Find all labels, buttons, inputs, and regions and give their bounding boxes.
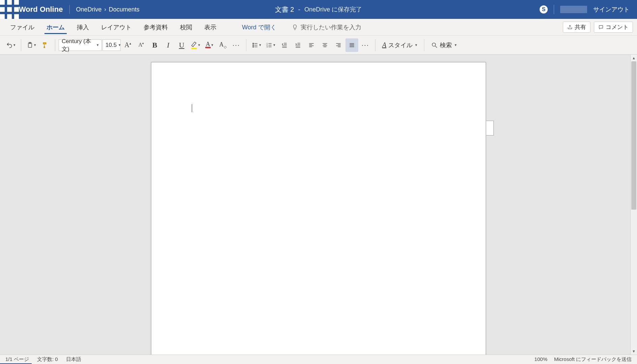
bold-button[interactable]: B bbox=[148, 38, 161, 52]
svg-point-13 bbox=[253, 44, 254, 46]
svg-rect-7 bbox=[7, 14, 12, 19]
tab-review[interactable]: 校閲 bbox=[174, 19, 198, 36]
svg-rect-8 bbox=[14, 14, 19, 19]
scroll-down-icon[interactable]: ▼ bbox=[631, 348, 637, 355]
svg-rect-2 bbox=[14, 0, 19, 5]
tab-references[interactable]: 参考資料 bbox=[138, 19, 174, 36]
scroll-up-icon[interactable]: ▲ bbox=[631, 55, 637, 61]
search-button[interactable]: 検索 ▾ bbox=[428, 38, 460, 52]
format-painter-button[interactable] bbox=[39, 38, 52, 52]
chevron-down-icon: ▾ bbox=[97, 43, 99, 47]
align-justify-icon bbox=[348, 42, 355, 49]
undo-button[interactable]: ▾ bbox=[4, 38, 18, 52]
italic-icon: I bbox=[167, 41, 169, 50]
svg-line-48 bbox=[435, 46, 437, 48]
comments-button[interactable]: コメント bbox=[594, 22, 633, 33]
chevron-down-icon: ▾ bbox=[198, 43, 200, 47]
skype-icon[interactable]: S bbox=[540, 5, 548, 13]
clear-formatting-button[interactable]: A◇ bbox=[216, 38, 229, 52]
document-title-area: 文書 2 - OneDrive に保存完了 bbox=[275, 5, 362, 14]
align-center-icon bbox=[322, 42, 328, 49]
increase-indent-button[interactable] bbox=[292, 38, 304, 52]
increase-indent-icon bbox=[295, 42, 301, 49]
align-right-icon bbox=[335, 42, 342, 49]
share-button[interactable]: 共有 bbox=[563, 22, 590, 33]
underline-button[interactable]: U bbox=[175, 38, 188, 52]
highlight-color-button[interactable]: ▾ bbox=[189, 38, 202, 52]
scrollbar-thumb[interactable] bbox=[631, 61, 636, 210]
chevron-down-icon: ▾ bbox=[415, 43, 417, 47]
chevron-down-icon: ▾ bbox=[273, 43, 275, 47]
tab-layout[interactable]: レイアウト bbox=[95, 19, 138, 36]
open-in-word[interactable]: Word で開く bbox=[236, 19, 282, 36]
grow-font-button[interactable]: A▴ bbox=[121, 38, 134, 52]
vertical-scrollbar[interactable]: ▲ ▼ bbox=[630, 55, 637, 355]
svg-rect-4 bbox=[7, 7, 12, 12]
title-separator: - bbox=[298, 6, 300, 13]
user-name-placeholder[interactable] bbox=[560, 6, 587, 13]
separator bbox=[246, 39, 246, 51]
zoom-level[interactable]: 100% bbox=[535, 356, 547, 363]
status-bar-right: 100% Microsoft にフィードバックを送信 bbox=[535, 356, 632, 363]
decrease-indent-button[interactable] bbox=[278, 38, 291, 52]
numbered-list-icon: 123 bbox=[266, 42, 273, 49]
text-cursor bbox=[192, 104, 192, 112]
breadcrumb-folder[interactable]: Documents bbox=[109, 6, 140, 13]
decrease-indent-icon bbox=[281, 42, 288, 49]
tell-me-search[interactable]: 実行したい作業を入力 bbox=[292, 23, 361, 31]
tab-view[interactable]: 表示 bbox=[198, 19, 222, 36]
more-paragraph-button[interactable]: ··· bbox=[359, 38, 372, 52]
document-page[interactable] bbox=[151, 62, 486, 355]
search-label: 検索 bbox=[440, 41, 452, 49]
font-size-select[interactable]: 10.5 ▾ bbox=[102, 39, 121, 51]
document-canvas[interactable]: ▲ ▼ bbox=[0, 55, 637, 355]
svg-text:3: 3 bbox=[267, 46, 268, 48]
align-center-button[interactable] bbox=[318, 38, 331, 52]
align-left-icon bbox=[308, 42, 315, 49]
lightbulb-icon bbox=[292, 24, 298, 30]
grow-font-icon: A▴ bbox=[124, 41, 131, 49]
tell-me-placeholder: 実行したい作業を入力 bbox=[301, 23, 361, 31]
chevron-down-icon: ▾ bbox=[119, 43, 121, 47]
font-name-select[interactable]: Century (本文) ▾ bbox=[59, 39, 102, 51]
align-right-button[interactable] bbox=[332, 38, 345, 52]
italic-button[interactable]: I bbox=[162, 38, 175, 52]
chevron-down-icon: ▾ bbox=[211, 43, 213, 47]
svg-rect-3 bbox=[0, 7, 5, 12]
underline-icon: U bbox=[179, 41, 184, 50]
page-indicator[interactable]: 1/1 ページ bbox=[5, 356, 29, 363]
highlight-icon bbox=[191, 41, 198, 49]
svg-rect-5 bbox=[14, 7, 19, 12]
bullets-button[interactable]: ▾ bbox=[250, 38, 263, 52]
document-title[interactable]: 文書 2 bbox=[275, 5, 294, 14]
styles-button[interactable]: A スタイル ▾ bbox=[379, 38, 421, 52]
chevron-down-icon: ▾ bbox=[259, 43, 261, 47]
page-side-tab[interactable] bbox=[486, 121, 494, 135]
search-icon bbox=[431, 42, 438, 49]
separator bbox=[21, 39, 21, 51]
ellipsis-icon: ··· bbox=[233, 41, 240, 49]
svg-rect-1 bbox=[7, 0, 12, 5]
tab-file[interactable]: ファイル bbox=[4, 19, 40, 36]
breadcrumb-root[interactable]: OneDrive bbox=[76, 6, 101, 13]
word-count[interactable]: 文字数: 0 bbox=[37, 356, 58, 363]
paste-button[interactable]: ▾ bbox=[25, 38, 38, 52]
breadcrumb: OneDrive › Documents bbox=[76, 6, 139, 13]
share-label: 共有 bbox=[575, 23, 586, 31]
tab-insert[interactable]: 挿入 bbox=[71, 19, 95, 36]
app-name[interactable]: Word Online bbox=[19, 5, 70, 14]
sign-out-link[interactable]: サインアウト bbox=[593, 5, 630, 13]
language-indicator[interactable]: 日本語 bbox=[66, 356, 81, 363]
feedback-link[interactable]: Microsoft にフィードバックを送信 bbox=[554, 356, 632, 363]
tab-home[interactable]: ホーム bbox=[40, 19, 71, 36]
ribbon-toolbar: ▾ ▾ Century (本文) ▾ 10.5 ▾ A▴ A▾ B I U ▾ … bbox=[0, 36, 637, 55]
font-color-button[interactable]: A ▾ bbox=[203, 38, 216, 52]
chevron-down-icon: ▾ bbox=[34, 43, 36, 47]
align-justify-button[interactable] bbox=[345, 38, 358, 52]
font-color-icon: A bbox=[205, 42, 211, 48]
align-left-button[interactable] bbox=[305, 38, 318, 52]
app-launcher-icon[interactable] bbox=[0, 0, 19, 19]
shrink-font-button[interactable]: A▾ bbox=[135, 38, 148, 52]
numbering-button[interactable]: 123 ▾ bbox=[264, 38, 277, 52]
more-font-button[interactable]: ··· bbox=[230, 38, 243, 52]
